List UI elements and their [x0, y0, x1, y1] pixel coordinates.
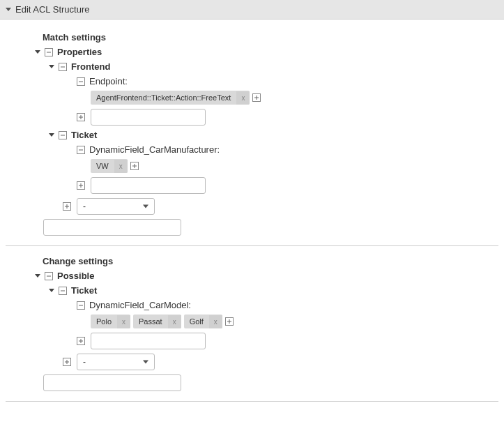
- car-model-label: DynamicField_CarModel:: [89, 300, 191, 310]
- car-manufacturer-node: DynamicField_CarManufacturer:: [77, 144, 498, 155]
- collapse-icon[interactable]: [77, 77, 85, 86]
- tag-text: Golf: [184, 315, 209, 328]
- match-ticket-select-row: -: [63, 198, 498, 215]
- tag-agent-frontend: AgentFrontend::Ticket::Action::FreeText …: [91, 91, 250, 105]
- remove-tag-icon[interactable]: x: [209, 315, 222, 328]
- add-icon[interactable]: [77, 337, 85, 345]
- frontend-input-row: [77, 109, 498, 126]
- match-bottom-input[interactable]: [43, 219, 181, 236]
- add-icon[interactable]: [63, 358, 71, 366]
- tag-polo: Polo x: [91, 315, 130, 328]
- frontend-label: Frontend: [71, 61, 110, 72]
- change-bottom-input[interactable]: [43, 374, 181, 391]
- endpoint-label: Endpoint:: [89, 76, 128, 86]
- match-settings-title: Match settings: [43, 32, 498, 43]
- header-bar[interactable]: Edit ACL Structure: [0, 0, 504, 20]
- add-tag-icon[interactable]: [252, 93, 261, 102]
- collapse-icon[interactable]: [45, 48, 53, 56]
- possible-node[interactable]: Possible: [35, 271, 498, 281]
- tag-text: Passat: [133, 315, 168, 328]
- endpoint-node: Endpoint:: [77, 76, 498, 86]
- tag-passat: Passat x: [133, 315, 181, 328]
- select-value: -: [83, 357, 86, 367]
- tag-text: VW: [91, 159, 114, 173]
- change-bottom-input-row: [43, 374, 498, 391]
- collapse-icon[interactable]: [45, 272, 53, 280]
- match-ticket-node[interactable]: Ticket: [49, 130, 498, 140]
- tag-text: AgentFrontend::Ticket::Action::FreeText: [91, 91, 236, 105]
- change-ticket-label: Ticket: [71, 285, 97, 296]
- match-ticket-input[interactable]: [91, 177, 206, 194]
- change-ticket-select[interactable]: -: [77, 354, 155, 370]
- match-ticket-input-row: [77, 177, 498, 194]
- car-model-node: DynamicField_CarModel:: [77, 300, 498, 310]
- collapse-icon[interactable]: [77, 301, 85, 310]
- caret-down-icon: [49, 289, 54, 292]
- content-area: Match settings Properties Frontend Endpo…: [0, 20, 504, 425]
- car-manufacturer-label: DynamicField_CarManufacturer:: [89, 144, 220, 155]
- match-bottom-input-row: [43, 219, 498, 236]
- header-title: Edit ACL Structure: [15, 4, 89, 15]
- divider: [6, 245, 498, 246]
- match-ticket-tag-row: VW x: [91, 159, 498, 173]
- frontend-tag-row: AgentFrontend::Ticket::Action::FreeText …: [91, 91, 498, 105]
- caret-down-icon: [6, 8, 11, 11]
- remove-tag-icon[interactable]: x: [236, 91, 250, 105]
- collapse-icon[interactable]: [59, 287, 67, 295]
- match-ticket-label: Ticket: [71, 130, 97, 140]
- collapse-icon[interactable]: [77, 146, 85, 154]
- caret-down-icon: [35, 50, 40, 54]
- collapse-icon[interactable]: [59, 63, 67, 71]
- collapse-icon[interactable]: [59, 131, 67, 139]
- caret-down-icon: [35, 274, 40, 278]
- caret-down-icon: [49, 65, 54, 68]
- match-ticket-select[interactable]: -: [77, 198, 155, 215]
- select-value: -: [83, 202, 86, 211]
- tag-vw: VW x: [91, 159, 128, 173]
- frontend-input[interactable]: [91, 109, 206, 126]
- add-icon[interactable]: [63, 202, 71, 211]
- change-ticket-node[interactable]: Ticket: [49, 285, 498, 296]
- add-tag-icon[interactable]: [225, 317, 234, 326]
- frontend-node[interactable]: Frontend: [49, 61, 498, 72]
- properties-node[interactable]: Properties: [35, 47, 498, 57]
- change-ticket-input-row: [77, 333, 498, 349]
- caret-down-icon: [49, 133, 54, 137]
- remove-tag-icon[interactable]: x: [117, 315, 130, 328]
- remove-tag-icon[interactable]: x: [168, 315, 181, 328]
- change-ticket-tag-row: Polo x Passat x Golf x: [91, 315, 498, 328]
- remove-tag-icon[interactable]: x: [114, 160, 128, 173]
- change-ticket-input[interactable]: [91, 333, 206, 349]
- tag-golf: Golf x: [184, 315, 222, 328]
- tag-text: Polo: [91, 315, 117, 328]
- change-settings-title: Change settings: [43, 256, 498, 266]
- properties-label: Properties: [57, 47, 102, 57]
- add-icon[interactable]: [77, 181, 85, 190]
- change-ticket-select-row: -: [63, 354, 498, 370]
- add-icon[interactable]: [77, 113, 85, 121]
- divider: [6, 401, 498, 402]
- add-tag-icon[interactable]: [130, 162, 139, 170]
- possible-label: Possible: [57, 271, 94, 281]
